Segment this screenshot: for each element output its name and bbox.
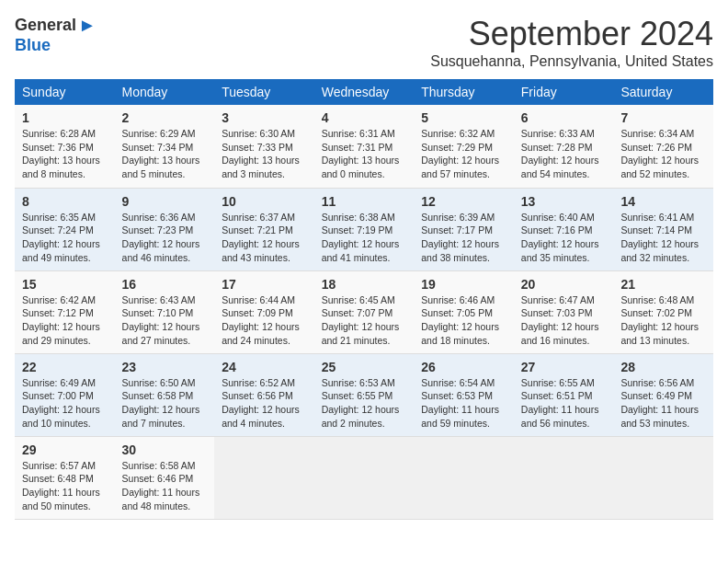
day-info: Sunrise: 6:43 AM Sunset: 7:10 PM Dayligh… xyxy=(122,293,208,348)
calendar-cell: 23Sunrise: 6:50 AM Sunset: 6:58 PM Dayli… xyxy=(115,353,215,436)
day-number: 10 xyxy=(222,194,307,209)
day-info: Sunrise: 6:35 AM Sunset: 7:24 PM Dayligh… xyxy=(22,211,108,265)
calendar-cell: 11Sunrise: 6:38 AM Sunset: 7:19 PM Dayli… xyxy=(314,188,415,270)
calendar-cell: 4Sunrise: 6:31 AM Sunset: 7:31 PM Daylig… xyxy=(314,105,415,188)
calendar-cell xyxy=(613,436,713,519)
day-number: 7 xyxy=(620,110,706,125)
day-number: 18 xyxy=(322,277,407,292)
calendar-cell: 18Sunrise: 6:45 AM Sunset: 7:07 PM Dayli… xyxy=(314,270,415,353)
calendar-cell: 6Sunrise: 6:33 AM Sunset: 7:28 PM Daylig… xyxy=(514,105,614,188)
day-number: 8 xyxy=(22,194,108,209)
day-info: Sunrise: 6:40 AM Sunset: 7:16 PM Dayligh… xyxy=(521,211,607,265)
calendar-cell: 14Sunrise: 6:41 AM Sunset: 7:14 PM Dayli… xyxy=(613,188,713,270)
week-row-2: 15Sunrise: 6:42 AM Sunset: 7:12 PM Dayli… xyxy=(15,270,713,353)
calendar-cell: 20Sunrise: 6:47 AM Sunset: 7:03 PM Dayli… xyxy=(514,270,614,353)
calendar-cell: 16Sunrise: 6:43 AM Sunset: 7:10 PM Dayli… xyxy=(115,270,215,353)
calendar-cell: 5Sunrise: 6:32 AM Sunset: 7:29 PM Daylig… xyxy=(414,105,514,188)
logo-general-text: General xyxy=(15,16,76,35)
day-number: 29 xyxy=(22,442,108,457)
day-number: 25 xyxy=(322,360,407,374)
day-number: 28 xyxy=(620,360,706,374)
calendar-cell: 15Sunrise: 6:42 AM Sunset: 7:12 PM Dayli… xyxy=(15,270,115,353)
calendar-cell xyxy=(314,436,415,519)
calendar-cell: 10Sunrise: 6:37 AM Sunset: 7:21 PM Dayli… xyxy=(214,188,314,270)
calendar-cell: 29Sunrise: 6:57 AM Sunset: 6:48 PM Dayli… xyxy=(15,436,115,519)
day-info: Sunrise: 6:38 AM Sunset: 7:19 PM Dayligh… xyxy=(322,211,407,265)
week-row-3: 22Sunrise: 6:49 AM Sunset: 7:00 PM Dayli… xyxy=(15,353,713,436)
day-number: 23 xyxy=(122,360,208,374)
calendar-cell: 26Sunrise: 6:54 AM Sunset: 6:53 PM Dayli… xyxy=(414,353,514,436)
day-info: Sunrise: 6:29 AM Sunset: 7:34 PM Dayligh… xyxy=(122,127,208,181)
day-info: Sunrise: 6:52 AM Sunset: 6:56 PM Dayligh… xyxy=(222,376,307,431)
day-number: 6 xyxy=(521,110,607,125)
day-info: Sunrise: 6:36 AM Sunset: 7:23 PM Dayligh… xyxy=(122,211,208,265)
calendar-cell: 7Sunrise: 6:34 AM Sunset: 7:26 PM Daylig… xyxy=(613,105,713,188)
calendar-cell: 22Sunrise: 6:49 AM Sunset: 7:00 PM Dayli… xyxy=(15,353,115,436)
header-monday: Monday xyxy=(115,79,215,105)
location-title: Susquehanna, Pennsylvania, United States xyxy=(430,53,713,70)
day-number: 14 xyxy=(620,194,706,209)
day-info: Sunrise: 6:34 AM Sunset: 7:26 PM Dayligh… xyxy=(620,127,706,181)
day-info: Sunrise: 6:39 AM Sunset: 7:17 PM Dayligh… xyxy=(421,211,506,265)
calendar-cell: 24Sunrise: 6:52 AM Sunset: 6:56 PM Dayli… xyxy=(214,353,314,436)
week-row-0: 1Sunrise: 6:28 AM Sunset: 7:36 PM Daylig… xyxy=(15,105,713,188)
day-info: Sunrise: 6:55 AM Sunset: 6:51 PM Dayligh… xyxy=(521,376,607,431)
calendar-cell: 21Sunrise: 6:48 AM Sunset: 7:02 PM Dayli… xyxy=(613,270,713,353)
calendar-cell: 13Sunrise: 6:40 AM Sunset: 7:16 PM Dayli… xyxy=(514,188,614,270)
header-tuesday: Tuesday xyxy=(214,79,314,105)
day-info: Sunrise: 6:37 AM Sunset: 7:21 PM Dayligh… xyxy=(222,211,307,265)
day-number: 24 xyxy=(222,360,307,374)
day-number: 9 xyxy=(122,194,208,209)
calendar-cell: 25Sunrise: 6:53 AM Sunset: 6:55 PM Dayli… xyxy=(314,353,415,436)
day-number: 13 xyxy=(521,194,607,209)
calendar-cell: 8Sunrise: 6:35 AM Sunset: 7:24 PM Daylig… xyxy=(15,188,115,270)
day-info: Sunrise: 6:41 AM Sunset: 7:14 PM Dayligh… xyxy=(620,211,706,265)
calendar-cell: 12Sunrise: 6:39 AM Sunset: 7:17 PM Dayli… xyxy=(414,188,514,270)
day-number: 5 xyxy=(421,110,506,125)
day-number: 2 xyxy=(122,110,208,125)
day-info: Sunrise: 6:33 AM Sunset: 7:28 PM Dayligh… xyxy=(521,127,607,181)
day-info: Sunrise: 6:30 AM Sunset: 7:33 PM Dayligh… xyxy=(222,127,307,181)
header-sunday: Sunday xyxy=(15,79,115,105)
week-row-1: 8Sunrise: 6:35 AM Sunset: 7:24 PM Daylig… xyxy=(15,188,713,270)
header-wednesday: Wednesday xyxy=(314,79,415,105)
day-info: Sunrise: 6:49 AM Sunset: 7:00 PM Dayligh… xyxy=(22,376,108,431)
calendar-body: 1Sunrise: 6:28 AM Sunset: 7:36 PM Daylig… xyxy=(15,105,713,519)
calendar-cell: 2Sunrise: 6:29 AM Sunset: 7:34 PM Daylig… xyxy=(115,105,215,188)
day-number: 4 xyxy=(322,110,407,125)
day-info: Sunrise: 6:44 AM Sunset: 7:09 PM Dayligh… xyxy=(222,293,307,348)
logo: General ► Blue xyxy=(15,15,97,55)
day-number: 12 xyxy=(421,194,506,209)
day-number: 17 xyxy=(222,277,307,292)
day-number: 19 xyxy=(421,277,506,292)
day-info: Sunrise: 6:32 AM Sunset: 7:29 PM Dayligh… xyxy=(421,127,506,181)
header: General ► Blue September 2024 Susquehann… xyxy=(15,15,713,70)
day-info: Sunrise: 6:47 AM Sunset: 7:03 PM Dayligh… xyxy=(521,293,607,348)
day-info: Sunrise: 6:54 AM Sunset: 6:53 PM Dayligh… xyxy=(421,376,506,431)
day-number: 15 xyxy=(22,277,108,292)
title-area: September 2024 Susquehanna, Pennsylvania… xyxy=(430,15,713,70)
calendar-cell: 30Sunrise: 6:58 AM Sunset: 6:46 PM Dayli… xyxy=(115,436,215,519)
day-number: 27 xyxy=(521,360,607,374)
header-friday: Friday xyxy=(514,79,614,105)
day-info: Sunrise: 6:48 AM Sunset: 7:02 PM Dayligh… xyxy=(620,293,706,348)
day-info: Sunrise: 6:28 AM Sunset: 7:36 PM Dayligh… xyxy=(22,127,108,181)
day-number: 1 xyxy=(22,110,108,125)
calendar-header: SundayMondayTuesdayWednesdayThursdayFrid… xyxy=(15,79,713,105)
day-number: 20 xyxy=(521,277,607,292)
day-number: 16 xyxy=(122,277,208,292)
day-info: Sunrise: 6:58 AM Sunset: 6:46 PM Dayligh… xyxy=(122,459,208,513)
day-number: 26 xyxy=(421,360,506,374)
calendar-cell: 3Sunrise: 6:30 AM Sunset: 7:33 PM Daylig… xyxy=(214,105,314,188)
day-number: 11 xyxy=(322,194,407,209)
header-thursday: Thursday xyxy=(414,79,514,105)
calendar-table: SundayMondayTuesdayWednesdayThursdayFrid… xyxy=(15,79,713,520)
week-row-4: 29Sunrise: 6:57 AM Sunset: 6:48 PM Dayli… xyxy=(15,436,713,519)
calendar-cell: 9Sunrise: 6:36 AM Sunset: 7:23 PM Daylig… xyxy=(115,188,215,270)
calendar-cell: 19Sunrise: 6:46 AM Sunset: 7:05 PM Dayli… xyxy=(414,270,514,353)
day-info: Sunrise: 6:31 AM Sunset: 7:31 PM Dayligh… xyxy=(322,127,407,181)
day-number: 3 xyxy=(222,110,307,125)
calendar-cell: 27Sunrise: 6:55 AM Sunset: 6:51 PM Dayli… xyxy=(514,353,614,436)
header-saturday: Saturday xyxy=(613,79,713,105)
day-info: Sunrise: 6:56 AM Sunset: 6:49 PM Dayligh… xyxy=(620,376,706,431)
